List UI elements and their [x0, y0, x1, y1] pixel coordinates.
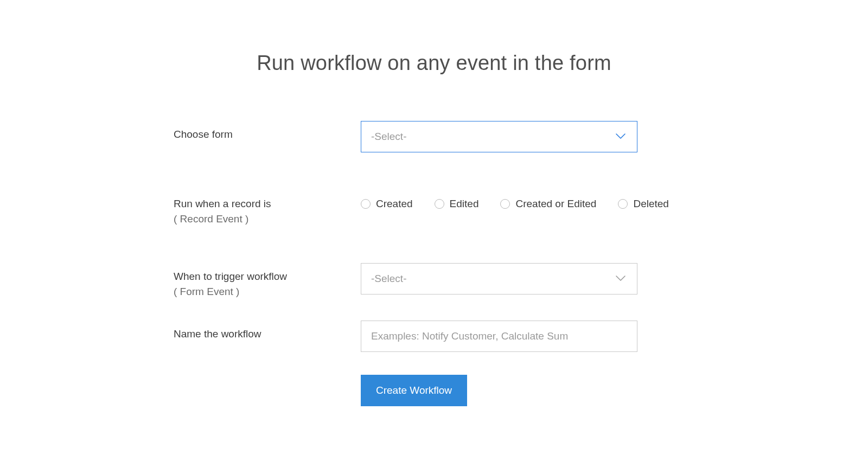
radio-icon: [361, 199, 371, 209]
workflow-form: Choose form -Select- Run when a record i…: [174, 121, 694, 406]
form-event-select[interactable]: -Select-: [361, 263, 637, 294]
workflow-name-label: Name the workflow: [174, 328, 361, 340]
radio-label: Created: [376, 198, 413, 210]
radio-created-or-edited[interactable]: Created or Edited: [500, 198, 596, 210]
chevron-down-icon: [615, 132, 626, 142]
radio-created[interactable]: Created: [361, 198, 413, 210]
radio-label: Created or Edited: [515, 198, 596, 210]
page-title: Run workflow on any event in the form: [0, 52, 868, 75]
form-event-sublabel: ( Form Event ): [174, 286, 361, 298]
record-event-label: Run when a record is: [174, 198, 361, 210]
radio-icon: [435, 199, 444, 209]
form-event-label: When to trigger workflow: [174, 271, 361, 283]
radio-label: Deleted: [633, 198, 669, 210]
workflow-name-input[interactable]: [361, 321, 637, 352]
radio-icon: [500, 199, 510, 209]
chevron-down-icon: [615, 274, 626, 284]
choose-form-placeholder: -Select-: [371, 131, 406, 143]
radio-edited[interactable]: Edited: [435, 198, 479, 210]
choose-form-label: Choose form: [174, 129, 361, 140]
record-event-radio-group: Created Edited Created or Edited Deleted: [361, 190, 694, 210]
choose-form-select[interactable]: -Select-: [361, 121, 637, 152]
create-workflow-button[interactable]: Create Workflow: [361, 375, 467, 406]
radio-deleted[interactable]: Deleted: [618, 198, 669, 210]
form-event-placeholder: -Select-: [371, 273, 406, 285]
record-event-sublabel: ( Record Event ): [174, 213, 361, 225]
radio-icon: [618, 199, 628, 209]
radio-label: Edited: [450, 198, 479, 210]
